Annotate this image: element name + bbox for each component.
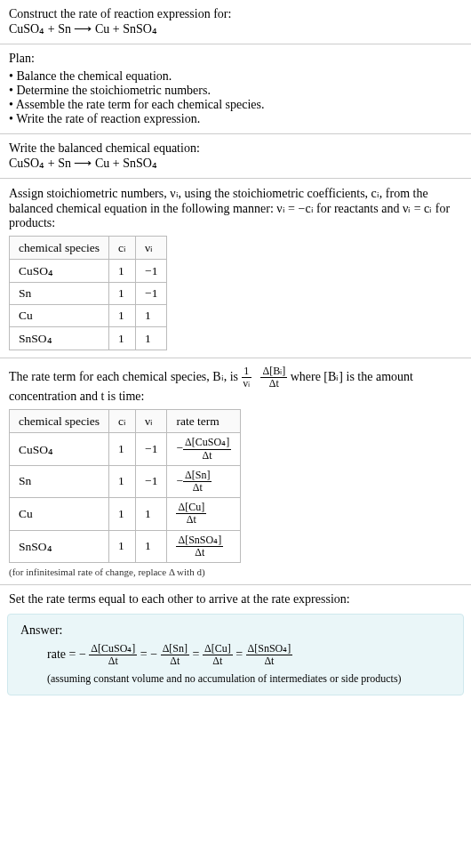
rate-eq-prefix: rate = −: [47, 647, 86, 661]
frac-num: Δ[CuSO₄]: [89, 643, 137, 655]
cell-c: 1: [109, 465, 136, 497]
frac-num: Δ[Sn]: [183, 470, 212, 482]
cell-v: −1: [136, 283, 167, 305]
frac-den: Δt: [176, 547, 223, 559]
cell-species: CuSO₄: [10, 260, 109, 283]
frac-den: Δt: [161, 655, 189, 667]
answer-term: Δ[SnSO₄]Δt: [246, 643, 293, 667]
rateterm-frac2: Δ[Bᵢ] Δt: [260, 366, 287, 390]
eq-sep: = −: [140, 647, 157, 661]
balanced-section: Write the balanced chemical equation: Cu…: [0, 134, 471, 179]
cell-v: −1: [136, 465, 167, 497]
rate-prefix: −: [176, 474, 183, 487]
answer-term: Δ[Cu]Δt: [203, 643, 233, 667]
answer-rate-expression: rate = − Δ[CuSO₄]Δt = − Δ[Sn]Δt = Δ[Cu]Δ…: [47, 643, 451, 667]
cell-v: 1: [136, 498, 167, 530]
plan-item: Determine the stoichiometric numbers.: [9, 84, 462, 98]
rate-prefix: −: [176, 441, 183, 454]
frac-den: Δt: [176, 514, 206, 526]
table-row: Sn 1 −1 −Δ[Sn]Δt: [10, 465, 241, 497]
plan-item: Write the rate of reaction expression.: [9, 112, 462, 126]
stoich-table: chemical species cᵢ νᵢ CuSO₄ 1 −1 Sn 1 −…: [9, 236, 167, 350]
answer-term: Δ[Sn]Δt: [161, 643, 189, 667]
rateterm-frac1: 1 νᵢ: [242, 366, 251, 390]
cell-rate: Δ[SnSO₄]Δt: [167, 530, 241, 562]
col-species: chemical species: [10, 410, 109, 433]
col-c: cᵢ: [109, 410, 136, 433]
col-v: νᵢ: [136, 410, 167, 433]
cell-species: Cu: [10, 498, 109, 530]
cell-species: Sn: [10, 283, 109, 305]
frac-den: Δt: [203, 655, 233, 667]
cell-c: 1: [109, 498, 136, 530]
col-v: νᵢ: [136, 237, 167, 260]
rate-frac: Δ[Cu]Δt: [176, 502, 206, 526]
eq-sep: =: [236, 647, 245, 661]
final-section: Set the rate terms equal to each other t…: [0, 585, 471, 608]
rateterm-table: chemical species cᵢ νᵢ rate term CuSO₄ 1…: [9, 409, 241, 563]
plan-heading: Plan:: [9, 52, 462, 66]
final-heading: Set the rate terms equal to each other t…: [9, 592, 462, 607]
intro-title: Construct the rate of reaction expressio…: [9, 7, 462, 21]
rateterm-text: The rate term for each chemical species,…: [9, 366, 462, 404]
frac-num: Δ[Bᵢ]: [260, 366, 287, 378]
cell-v: −1: [136, 260, 167, 283]
col-rate: rate term: [167, 410, 241, 433]
table-row: SnSO₄ 1 1 Δ[SnSO₄]Δt: [10, 530, 241, 562]
intro-equation: CuSO₄ + Sn ⟶ Cu + SnSO₄: [9, 21, 462, 36]
cell-c: 1: [109, 305, 136, 327]
stoich-text: Assign stoichiometric numbers, νᵢ, using…: [9, 186, 462, 230]
plan-section: Plan: Balance the chemical equation. Det…: [0, 44, 471, 134]
balanced-heading: Write the balanced chemical equation:: [9, 141, 462, 156]
cell-c: 1: [109, 283, 136, 305]
answer-box: Answer: rate = − Δ[CuSO₄]Δt = − Δ[Sn]Δt …: [7, 614, 464, 695]
col-species: chemical species: [10, 237, 109, 260]
cell-rate: −Δ[Sn]Δt: [167, 465, 241, 497]
cell-species: SnSO₄: [10, 530, 109, 562]
frac-den: Δt: [260, 378, 287, 390]
col-c: cᵢ: [109, 237, 136, 260]
cell-c: 1: [109, 433, 136, 465]
intro-section: Construct the rate of reaction expressio…: [0, 0, 471, 44]
frac-num: Δ[CuSO₄]: [183, 437, 231, 449]
cell-v: 1: [136, 305, 167, 327]
frac-num: Δ[Sn]: [161, 643, 189, 655]
table-row: CuSO₄ 1 −1: [10, 260, 167, 283]
stoich-section: Assign stoichiometric numbers, νᵢ, using…: [0, 179, 471, 358]
answer-label: Answer:: [20, 623, 451, 638]
cell-c: 1: [109, 260, 136, 283]
rateterm-text-before: The rate term for each chemical species,…: [9, 370, 242, 383]
cell-species: SnSO₄: [10, 327, 109, 350]
frac-den: Δt: [89, 655, 137, 667]
rate-frac: Δ[Sn]Δt: [183, 470, 212, 494]
cell-c: 1: [109, 327, 136, 350]
cell-rate: −Δ[CuSO₄]Δt: [167, 433, 241, 465]
answer-assumption: (assuming constant volume and no accumul…: [47, 672, 451, 686]
frac-den: νᵢ: [242, 378, 251, 390]
frac-num: Δ[Cu]: [203, 643, 233, 655]
answer-term: Δ[CuSO₄]Δt: [89, 643, 137, 667]
rateterm-note: (for infinitesimal rate of change, repla…: [9, 567, 462, 577]
frac-den: Δt: [183, 450, 231, 462]
table-row: CuSO₄ 1 −1 −Δ[CuSO₄]Δt: [10, 433, 241, 465]
eq-sep: =: [193, 647, 203, 661]
cell-c: 1: [109, 530, 136, 562]
table-row: Cu 1 1 Δ[Cu]Δt: [10, 498, 241, 530]
table-header-row: chemical species cᵢ νᵢ: [10, 237, 167, 260]
table-row: SnSO₄ 1 1: [10, 327, 167, 350]
plan-item: Balance the chemical equation.: [9, 69, 462, 84]
cell-rate: Δ[Cu]Δt: [167, 498, 241, 530]
cell-species: CuSO₄: [10, 433, 109, 465]
plan-item: Assemble the rate term for each chemical…: [9, 98, 462, 112]
rate-frac: Δ[CuSO₄]Δt: [183, 437, 231, 461]
frac-num: 1: [242, 366, 251, 378]
cell-species: Cu: [10, 305, 109, 327]
cell-v: 1: [136, 327, 167, 350]
rate-frac: Δ[SnSO₄]Δt: [176, 534, 223, 559]
table-row: Sn 1 −1: [10, 283, 167, 305]
balanced-equation: CuSO₄ + Sn ⟶ Cu + SnSO₄: [9, 156, 462, 171]
table-row: Cu 1 1: [10, 305, 167, 327]
table-header-row: chemical species cᵢ νᵢ rate term: [10, 410, 241, 433]
cell-species: Sn: [10, 465, 109, 497]
plan-list: Balance the chemical equation. Determine…: [9, 69, 462, 126]
